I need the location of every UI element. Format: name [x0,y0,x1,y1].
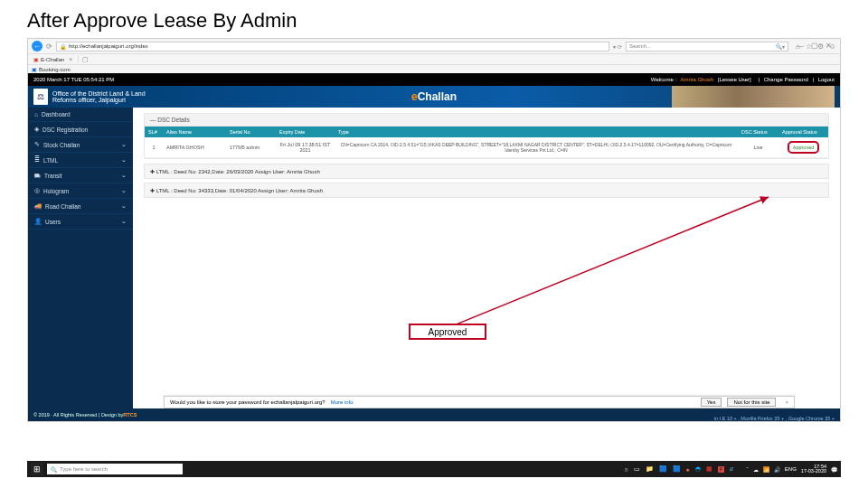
change-password-link[interactable]: Change Password [764,77,808,82]
new-tab-icon[interactable]: ▢ [79,56,92,63]
cell-type: CN=Capricorn CA 2014, OID.2.5.4.51="G5,V… [335,137,738,158]
main-content: — DSC Details SL# Alias Name Serial No E… [133,108,840,408]
sidebar-item-dashboard[interactable]: ⌂Dashboard [28,108,133,122]
sidebar-item-users[interactable]: 👤Users⌄ [28,214,133,230]
truck-icon: ⛟ [34,173,41,179]
chevron-down-icon: ⌄ [121,218,127,225]
app-icon[interactable]: ▦ [706,465,712,473]
app-icon[interactable]: 🟦 [673,465,681,473]
road-icon: 🚚 [34,202,42,210]
cell-alias: AMRITA GHOSH [163,137,226,158]
sidebar-item-stock[interactable]: ✎Stock Challan⌄ [28,137,133,153]
back-button[interactable]: ← [32,41,42,52]
dsc-panel: — DSC Details SL# Alias Name Serial No E… [144,113,829,159]
accordion-row[interactable]: ✚ LTML : Deed No: 34333,Date: 01/04/2020… [144,183,829,198]
tab-close-icon[interactable]: × [69,56,72,62]
app-banner: ⚖ Office of the District Land & Land Ref… [28,86,840,108]
sidebar-item-hologram[interactable]: ◎Hologram⌄ [28,183,133,199]
refresh-icon[interactable]: ⟳ [46,42,52,51]
chevron-down-icon: ⌄ [121,172,127,179]
pw-yes-button[interactable]: Yes [701,398,722,407]
bookmark-item[interactable]: Booking.com [39,67,71,72]
taskbar-search[interactable]: 🔍 Type here to search [47,464,183,474]
app-icon[interactable]: ● [686,466,690,473]
chevron-down-icon: ⌄ [121,141,127,148]
tray-clock[interactable]: 17:54 17-03-2020 [801,465,826,474]
sidebar-item-label: Transit [44,173,62,179]
app-icon[interactable]: ⅇ [730,465,733,473]
tray-date: 17-03-2020 [801,469,826,474]
app-frame: 2020 March 17 TUE 05:54:21 PM Welcome : … [28,73,840,421]
app-icon[interactable]: 🟦 [659,465,667,473]
footer-compat: in I.E 10 + , Mozilla Firefox 35 + , Goo… [714,416,835,421]
browser-window: ← ⟳ 🔒 http://echallanjalpaiguri.org/inde… [27,38,841,422]
welcome-user[interactable]: Amrita Ghosh [680,77,713,82]
tray-notif-icon[interactable]: 💬 [831,466,837,473]
chevron-down-icon: ⌄ [121,156,127,164]
search-placeholder: Search... [629,43,651,49]
app-footer: © 2019 · All Rights Reserved | Design by… [28,408,840,421]
sidebar-item-ltml[interactable]: ≣LTML⌄ [28,153,133,168]
sidebar-item-dsc[interactable]: ◈DSC Registration [28,122,133,137]
pw-no-button[interactable]: Not for this site [727,398,776,407]
banner-line2: Reforms officer, Jalpaiguri [52,97,146,103]
col-type: Type [335,127,738,137]
maximize-icon[interactable]: ▢ [811,42,818,50]
dashboard-icon: ⌂ [34,111,38,117]
circle-icon: ◎ [34,187,40,194]
app-icon[interactable]: 📁 [646,465,654,473]
sidebar-item-transit[interactable]: ⛟Transit⌄ [28,168,133,183]
pw-close-icon[interactable]: × [785,399,788,405]
dropdown-icon[interactable]: ▾ ⟳ [613,43,622,50]
tray-wifi-icon[interactable]: 📶 [763,466,769,473]
col-dscstatus: DSC Status [738,127,778,137]
search-icon: 🔍▾ [776,43,785,50]
tray-volume-icon[interactable]: 🔊 [774,466,780,473]
url-bar[interactable]: 🔒 http://echallanjalpaiguri.org/index [56,42,609,52]
app-topbar: 2020 March 17 TUE 05:54:21 PM Welcome : … [28,73,840,86]
list-icon: ≣ [34,156,40,164]
sidebar-item-label: DSC Registration [42,127,88,133]
password-save-bar: Would you like to store your password fo… [164,396,795,408]
sidebar-item-label: Road Challan [45,203,80,210]
cell-approval: Approved [788,141,820,154]
taskbar-search-placeholder: Type here to search [60,466,108,472]
tray-lang[interactable]: ENG [785,466,797,472]
chevron-down-icon: ⌄ [121,187,127,194]
lock-icon: 🔒 [60,43,66,50]
browser-toolbar: ← ⟳ 🔒 http://echallanjalpaiguri.org/inde… [28,39,840,53]
browser-search[interactable]: Search... 🔍▾ [626,42,788,52]
cell-sl: 1 [145,137,163,158]
tab-favicon: ▣ [33,56,39,62]
col-sl: SL# [145,127,163,137]
app-icon[interactable]: ◓ [695,465,701,473]
tab-title: E-Challan [41,57,64,62]
sidebar-item-label: Users [45,219,61,225]
taskview-icon[interactable]: ▭ [634,465,640,473]
close-icon[interactable]: ✕ [826,42,832,50]
app-icon[interactable]: 🅿 [718,466,724,473]
user-icon: 👤 [34,218,42,225]
cell-expiry: Fri Jul 09 17:38:51 IST 2021 [276,137,335,158]
tab-echallan[interactable]: ▣ E-Challan × [28,56,79,62]
dsc-icon: ◈ [34,126,39,133]
logout-link[interactable]: Logout [818,77,835,82]
pw-more-link[interactable]: More info [331,399,354,405]
callout-approved: Approved [409,324,486,340]
tray-chevron-icon[interactable]: ˄ [746,466,749,473]
url-text: http://echallanjalpaiguri.org/index [69,43,148,49]
brand-logo: eChallan [411,90,457,103]
footer-copyright: © 2019 · All Rights Reserved | Design by [33,412,123,418]
col-approval: Approval Status [778,127,828,137]
gov-emblem-icon: ⚖ [33,89,48,105]
sidebar-item-roadchallan[interactable]: 🚚Road Challan⌄ [28,199,133,214]
accordion-row[interactable]: ✚ LTML : Deed No: 2342,Date: 26/03/2020 … [144,164,829,179]
dsc-panel-header[interactable]: — DSC Details [145,114,828,127]
windows-taskbar: ⊞ 🔍 Type here to search ○ ▭ 📁 🟦 🟦 ● ◓ ▦ … [27,461,841,477]
tray-cloud-icon[interactable]: ☁ [753,466,759,473]
minimize-icon[interactable]: — [797,42,804,50]
chevron-down-icon: ⌄ [121,202,127,210]
cortana-icon[interactable]: ○ [624,466,627,473]
start-button[interactable]: ⊞ [31,463,43,475]
col-alias: Alias Name [163,127,226,137]
